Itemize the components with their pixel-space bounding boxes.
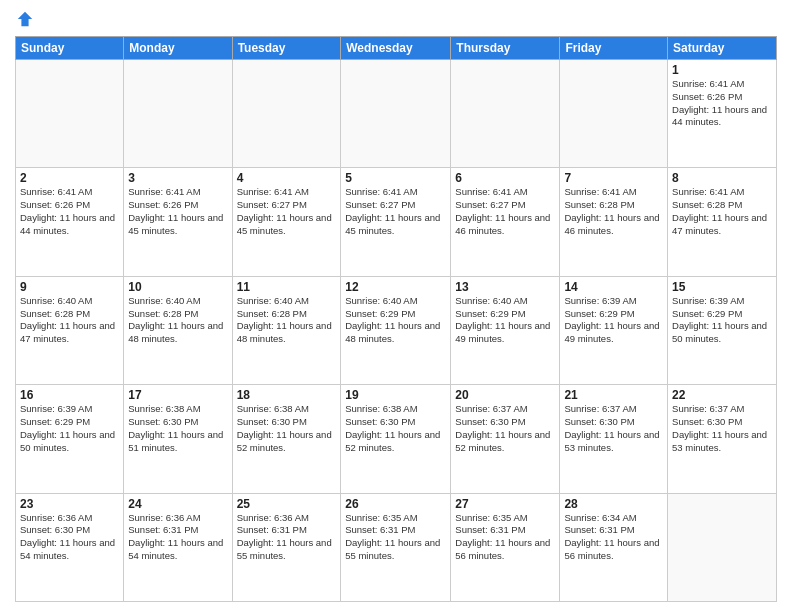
day-number: 1 xyxy=(672,63,772,77)
day-info: Sunrise: 6:40 AM Sunset: 6:29 PM Dayligh… xyxy=(345,295,446,346)
day-number: 15 xyxy=(672,280,772,294)
day-number: 7 xyxy=(564,171,663,185)
day-info: Sunrise: 6:41 AM Sunset: 6:26 PM Dayligh… xyxy=(20,186,119,237)
weekday-header: Friday xyxy=(560,37,668,60)
day-number: 6 xyxy=(455,171,555,185)
day-info: Sunrise: 6:34 AM Sunset: 6:31 PM Dayligh… xyxy=(564,512,663,563)
calendar-cell: 9Sunrise: 6:40 AM Sunset: 6:28 PM Daylig… xyxy=(16,276,124,384)
day-number: 18 xyxy=(237,388,337,402)
day-info: Sunrise: 6:37 AM Sunset: 6:30 PM Dayligh… xyxy=(455,403,555,454)
calendar-cell: 4Sunrise: 6:41 AM Sunset: 6:27 PM Daylig… xyxy=(232,168,341,276)
day-number: 13 xyxy=(455,280,555,294)
day-number: 5 xyxy=(345,171,446,185)
calendar-cell: 18Sunrise: 6:38 AM Sunset: 6:30 PM Dayli… xyxy=(232,385,341,493)
calendar-cell xyxy=(341,60,451,168)
day-info: Sunrise: 6:35 AM Sunset: 6:31 PM Dayligh… xyxy=(455,512,555,563)
day-info: Sunrise: 6:41 AM Sunset: 6:28 PM Dayligh… xyxy=(672,186,772,237)
calendar-cell: 16Sunrise: 6:39 AM Sunset: 6:29 PM Dayli… xyxy=(16,385,124,493)
day-info: Sunrise: 6:36 AM Sunset: 6:30 PM Dayligh… xyxy=(20,512,119,563)
calendar-cell xyxy=(560,60,668,168)
day-number: 27 xyxy=(455,497,555,511)
day-info: Sunrise: 6:37 AM Sunset: 6:30 PM Dayligh… xyxy=(564,403,663,454)
day-number: 14 xyxy=(564,280,663,294)
calendar-cell: 24Sunrise: 6:36 AM Sunset: 6:31 PM Dayli… xyxy=(124,493,232,601)
calendar-cell: 15Sunrise: 6:39 AM Sunset: 6:29 PM Dayli… xyxy=(668,276,777,384)
calendar-cell xyxy=(668,493,777,601)
day-info: Sunrise: 6:41 AM Sunset: 6:27 PM Dayligh… xyxy=(237,186,337,237)
calendar-week-row: 2Sunrise: 6:41 AM Sunset: 6:26 PM Daylig… xyxy=(16,168,777,276)
calendar-cell: 26Sunrise: 6:35 AM Sunset: 6:31 PM Dayli… xyxy=(341,493,451,601)
calendar-week-row: 16Sunrise: 6:39 AM Sunset: 6:29 PM Dayli… xyxy=(16,385,777,493)
calendar-cell xyxy=(16,60,124,168)
calendar-cell: 21Sunrise: 6:37 AM Sunset: 6:30 PM Dayli… xyxy=(560,385,668,493)
calendar-cell: 3Sunrise: 6:41 AM Sunset: 6:26 PM Daylig… xyxy=(124,168,232,276)
calendar-cell: 1Sunrise: 6:41 AM Sunset: 6:26 PM Daylig… xyxy=(668,60,777,168)
day-info: Sunrise: 6:40 AM Sunset: 6:28 PM Dayligh… xyxy=(128,295,227,346)
logo-icon xyxy=(16,10,34,28)
day-info: Sunrise: 6:35 AM Sunset: 6:31 PM Dayligh… xyxy=(345,512,446,563)
calendar-week-row: 9Sunrise: 6:40 AM Sunset: 6:28 PM Daylig… xyxy=(16,276,777,384)
calendar-cell: 20Sunrise: 6:37 AM Sunset: 6:30 PM Dayli… xyxy=(451,385,560,493)
day-info: Sunrise: 6:38 AM Sunset: 6:30 PM Dayligh… xyxy=(237,403,337,454)
calendar-cell: 28Sunrise: 6:34 AM Sunset: 6:31 PM Dayli… xyxy=(560,493,668,601)
day-info: Sunrise: 6:36 AM Sunset: 6:31 PM Dayligh… xyxy=(237,512,337,563)
day-info: Sunrise: 6:41 AM Sunset: 6:26 PM Dayligh… xyxy=(672,78,772,129)
day-number: 28 xyxy=(564,497,663,511)
calendar-cell: 13Sunrise: 6:40 AM Sunset: 6:29 PM Dayli… xyxy=(451,276,560,384)
day-number: 2 xyxy=(20,171,119,185)
day-number: 19 xyxy=(345,388,446,402)
day-number: 11 xyxy=(237,280,337,294)
weekday-header: Sunday xyxy=(16,37,124,60)
calendar-cell xyxy=(451,60,560,168)
day-info: Sunrise: 6:39 AM Sunset: 6:29 PM Dayligh… xyxy=(672,295,772,346)
day-info: Sunrise: 6:40 AM Sunset: 6:28 PM Dayligh… xyxy=(20,295,119,346)
logo xyxy=(15,10,34,28)
day-info: Sunrise: 6:40 AM Sunset: 6:28 PM Dayligh… xyxy=(237,295,337,346)
calendar-week-row: 1Sunrise: 6:41 AM Sunset: 6:26 PM Daylig… xyxy=(16,60,777,168)
day-number: 10 xyxy=(128,280,227,294)
calendar-cell: 14Sunrise: 6:39 AM Sunset: 6:29 PM Dayli… xyxy=(560,276,668,384)
day-number: 17 xyxy=(128,388,227,402)
day-number: 3 xyxy=(128,171,227,185)
day-number: 9 xyxy=(20,280,119,294)
day-info: Sunrise: 6:40 AM Sunset: 6:29 PM Dayligh… xyxy=(455,295,555,346)
calendar-cell xyxy=(124,60,232,168)
calendar-cell: 25Sunrise: 6:36 AM Sunset: 6:31 PM Dayli… xyxy=(232,493,341,601)
day-number: 23 xyxy=(20,497,119,511)
calendar-cell: 8Sunrise: 6:41 AM Sunset: 6:28 PM Daylig… xyxy=(668,168,777,276)
calendar-cell: 22Sunrise: 6:37 AM Sunset: 6:30 PM Dayli… xyxy=(668,385,777,493)
calendar-cell xyxy=(232,60,341,168)
calendar-cell: 10Sunrise: 6:40 AM Sunset: 6:28 PM Dayli… xyxy=(124,276,232,384)
page: SundayMondayTuesdayWednesdayThursdayFrid… xyxy=(0,0,792,612)
day-info: Sunrise: 6:38 AM Sunset: 6:30 PM Dayligh… xyxy=(345,403,446,454)
calendar-cell: 17Sunrise: 6:38 AM Sunset: 6:30 PM Dayli… xyxy=(124,385,232,493)
calendar-cell: 11Sunrise: 6:40 AM Sunset: 6:28 PM Dayli… xyxy=(232,276,341,384)
weekday-header: Saturday xyxy=(668,37,777,60)
day-number: 26 xyxy=(345,497,446,511)
day-info: Sunrise: 6:41 AM Sunset: 6:27 PM Dayligh… xyxy=(455,186,555,237)
day-number: 21 xyxy=(564,388,663,402)
day-number: 12 xyxy=(345,280,446,294)
day-number: 25 xyxy=(237,497,337,511)
weekday-header: Wednesday xyxy=(341,37,451,60)
day-info: Sunrise: 6:41 AM Sunset: 6:28 PM Dayligh… xyxy=(564,186,663,237)
calendar-week-row: 23Sunrise: 6:36 AM Sunset: 6:30 PM Dayli… xyxy=(16,493,777,601)
weekday-header: Monday xyxy=(124,37,232,60)
svg-marker-0 xyxy=(18,12,32,26)
day-number: 24 xyxy=(128,497,227,511)
day-number: 8 xyxy=(672,171,772,185)
calendar-cell: 7Sunrise: 6:41 AM Sunset: 6:28 PM Daylig… xyxy=(560,168,668,276)
weekday-header: Tuesday xyxy=(232,37,341,60)
day-number: 16 xyxy=(20,388,119,402)
day-info: Sunrise: 6:41 AM Sunset: 6:26 PM Dayligh… xyxy=(128,186,227,237)
weekday-header: Thursday xyxy=(451,37,560,60)
day-number: 22 xyxy=(672,388,772,402)
day-info: Sunrise: 6:38 AM Sunset: 6:30 PM Dayligh… xyxy=(128,403,227,454)
calendar-cell: 12Sunrise: 6:40 AM Sunset: 6:29 PM Dayli… xyxy=(341,276,451,384)
calendar-cell: 23Sunrise: 6:36 AM Sunset: 6:30 PM Dayli… xyxy=(16,493,124,601)
weekday-header-row: SundayMondayTuesdayWednesdayThursdayFrid… xyxy=(16,37,777,60)
day-info: Sunrise: 6:39 AM Sunset: 6:29 PM Dayligh… xyxy=(564,295,663,346)
day-info: Sunrise: 6:41 AM Sunset: 6:27 PM Dayligh… xyxy=(345,186,446,237)
calendar-cell: 19Sunrise: 6:38 AM Sunset: 6:30 PM Dayli… xyxy=(341,385,451,493)
calendar-body: 1Sunrise: 6:41 AM Sunset: 6:26 PM Daylig… xyxy=(16,60,777,602)
